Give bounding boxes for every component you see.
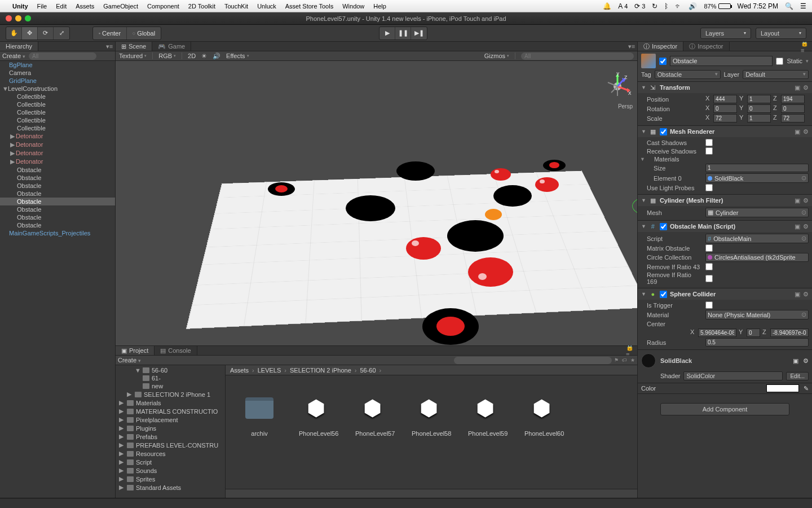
hierarchy-item[interactable]: Obstacle: [0, 198, 115, 205]
remove-ratio-43-checkbox[interactable]: [705, 263, 713, 270]
scale-tool-icon[interactable]: ⤢: [54, 27, 69, 40]
project-tree-item[interactable]: ▶SELECTION 2 iPhone 1: [116, 390, 225, 398]
light-probes-checkbox[interactable]: [705, 184, 713, 191]
script-enabled-checkbox[interactable]: [660, 223, 667, 230]
hierarchy-create-dropdown[interactable]: Create ▾: [2, 52, 25, 59]
physic-material-field[interactable]: None (Physic Material)⊙: [705, 310, 809, 319]
status-sync[interactable]: ⟳ 3: [634, 2, 645, 10]
project-asset[interactable]: ⬢PhoneLevel57: [355, 392, 389, 437]
project-folder-tree[interactable]: ▼56-6061-new▶SELECTION 2 iPhone 1▶Materi…: [116, 365, 226, 498]
hierarchy-item[interactable]: Obstacle: [0, 182, 115, 190]
project-tree-item[interactable]: ▶Sprites: [116, 475, 225, 483]
project-tree-item[interactable]: ▶Standard Assets: [116, 483, 225, 492]
component-help-icon[interactable]: ▣: [795, 128, 800, 135]
project-tree-item[interactable]: ▶Script: [116, 458, 225, 466]
breadcrumb-item[interactable]: 56-60: [360, 367, 376, 374]
shader-dropdown[interactable]: SolidColor: [683, 371, 783, 380]
breadcrumb-item[interactable]: LEVELS: [258, 367, 281, 374]
obstacle-script-header[interactable]: ▼# Obstacle Main (Script) ▣ ⚙: [638, 221, 812, 232]
materials-element0-field[interactable]: SolidBlack⊙: [705, 173, 809, 183]
project-tree-item[interactable]: ▶Pixelplacement: [116, 415, 225, 424]
project-tree-item[interactable]: ▶Prefabs: [116, 432, 225, 441]
breadcrumb-item[interactable]: Assets: [230, 367, 249, 374]
hierarchy-list[interactable]: BgPlaneCameraGridPlane▼LevelConstruction…: [0, 61, 115, 498]
project-asset-grid[interactable]: archiv⬢PhoneLevel56⬢PhoneLevel57⬢PhoneLe…: [226, 375, 637, 489]
hierarchy-search-input[interactable]: [29, 52, 96, 60]
projection-label[interactable]: Persp: [618, 103, 633, 110]
inspector-tab-menu-icon[interactable]: 🔒 ≡: [801, 42, 812, 51]
project-tree-item[interactable]: ▶Plugins: [116, 424, 225, 432]
status-spotlight-icon[interactable]: 🔍: [785, 2, 793, 10]
search-filter-save-icon[interactable]: ★: [630, 357, 635, 363]
matrix-obstacle-checkbox[interactable]: [705, 244, 713, 252]
menu-unluck[interactable]: Unluck: [257, 3, 276, 10]
rotation-z-field[interactable]: [781, 104, 805, 113]
menu-assetstore[interactable]: Asset Store Tools: [285, 3, 333, 10]
mesh-renderer-enabled-checkbox[interactable]: [660, 128, 667, 135]
hierarchy-item[interactable]: Collectible: [0, 100, 115, 108]
project-tree-item[interactable]: ▶MATERIALS CONSTRUCTIO: [116, 407, 225, 415]
collider-enabled-checkbox[interactable]: [660, 291, 667, 298]
hierarchy-item[interactable]: MainGameScripts_Projectiles: [0, 229, 115, 237]
component-menu-icon[interactable]: ⚙: [803, 291, 809, 298]
position-y-field[interactable]: [747, 95, 771, 103]
scene-view[interactable]: y z x Persp: [116, 61, 637, 345]
component-menu-icon[interactable]: ⚙: [803, 197, 809, 204]
project-asset[interactable]: ⬢PhoneLevel56: [299, 392, 333, 437]
rotate-tool-icon[interactable]: ⟳: [38, 27, 54, 40]
project-tree-item[interactable]: new: [116, 382, 225, 390]
hierarchy-item[interactable]: ▶Detonator: [0, 149, 115, 157]
shading-mode-dropdown[interactable]: Textured▾: [119, 52, 147, 59]
script-field[interactable]: #ObstacleMain⊙: [705, 234, 809, 243]
hierarchy-item[interactable]: Collectible: [0, 93, 115, 100]
rotation-y-field[interactable]: [747, 104, 771, 113]
status-battery[interactable]: 87%: [704, 3, 730, 10]
transform-component-header[interactable]: ▼⇲ Transform ▣ ⚙: [638, 82, 812, 93]
component-menu-icon[interactable]: ⚙: [803, 84, 809, 91]
sphere-collider-header[interactable]: ▼● Sphere Collider ▣ ⚙: [638, 288, 812, 300]
color-picker-icon[interactable]: ✎: [804, 385, 809, 392]
audio-toggle-icon[interactable]: 🔊: [213, 52, 220, 60]
component-menu-icon[interactable]: ⚙: [803, 128, 809, 135]
hierarchy-item[interactable]: Collectible: [0, 108, 115, 116]
project-tab[interactable]: ▣ Project: [116, 346, 155, 355]
component-menu-icon[interactable]: ⚙: [803, 223, 809, 230]
scene-tab[interactable]: ⊞ Scene: [116, 42, 152, 51]
scene-orientation-gizmo[interactable]: y z x: [603, 72, 632, 100]
project-tree-item[interactable]: ▶Resources: [116, 449, 225, 458]
menu-assets[interactable]: Assets: [76, 3, 94, 10]
remove-ratio-169-checkbox[interactable]: [705, 275, 713, 282]
zoom-window-button[interactable]: [25, 15, 31, 21]
menu-edit[interactable]: Edit: [56, 3, 67, 10]
space-toggle[interactable]: ○ Global: [127, 27, 161, 40]
light-toggle-icon[interactable]: ☀: [201, 52, 207, 60]
project-create-dropdown[interactable]: Create ▾: [118, 357, 141, 364]
hand-tool-icon[interactable]: ✋: [6, 27, 22, 40]
2d-toggle[interactable]: 2D: [188, 52, 196, 59]
project-tree-item[interactable]: ▶PREFABS LEVEL-CONSTRU: [116, 441, 225, 449]
play-button-icon[interactable]: ▶: [379, 27, 395, 40]
project-tree-item[interactable]: ▼56-60: [116, 366, 225, 374]
effects-dropdown[interactable]: Effects▾: [226, 52, 249, 59]
position-x-field[interactable]: [713, 95, 737, 103]
scene-search-input[interactable]: [521, 52, 634, 60]
hierarchy-item[interactable]: ▼LevelConstruction: [0, 85, 115, 93]
component-help-icon[interactable]: ▣: [793, 357, 798, 365]
inspector-tab[interactable]: ⓘ Inspector: [638, 42, 683, 51]
menu-2dtoolkit[interactable]: 2D Toolkit: [188, 3, 215, 10]
project-asset[interactable]: ⬢PhoneLevel60: [524, 392, 558, 437]
cast-shadows-checkbox[interactable]: [705, 139, 713, 146]
status-adobe[interactable]: A 4: [618, 2, 628, 10]
center-y-field[interactable]: [747, 329, 760, 337]
hierarchy-item[interactable]: Obstacle: [0, 205, 115, 213]
app-menu[interactable]: Unity: [12, 3, 28, 10]
hierarchy-item[interactable]: Obstacle: [0, 166, 115, 174]
inspector-tab-2[interactable]: ⓘ Inspector: [683, 42, 729, 51]
component-menu-icon[interactable]: ⚙: [803, 357, 809, 365]
hierarchy-item[interactable]: Obstacle: [0, 174, 115, 182]
rotation-x-field[interactable]: [713, 104, 737, 113]
layout-dropdown[interactable]: Layout▾: [756, 28, 806, 39]
hierarchy-item[interactable]: Collectible: [0, 124, 115, 132]
mesh-filter-header[interactable]: ▼▦ Cylinder (Mesh Filter) ▣ ⚙: [638, 195, 812, 206]
circle-collection-field[interactable]: CirclesAntialiased (tk2dSprite: [705, 253, 809, 262]
